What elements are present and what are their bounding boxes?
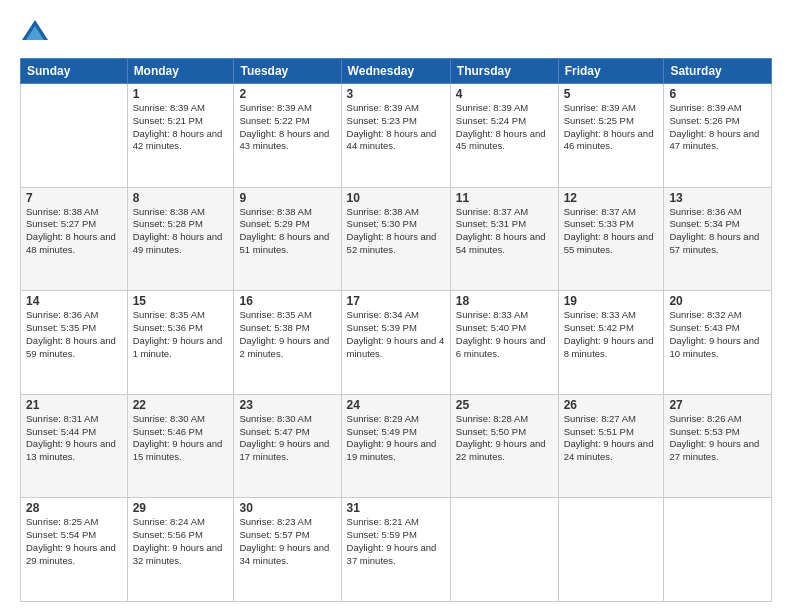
day-number: 11 [456,191,553,205]
day-cell: 21Sunrise: 8:31 AM Sunset: 5:44 PM Dayli… [21,394,128,498]
logo [20,18,54,48]
day-info: Sunrise: 8:27 AM Sunset: 5:51 PM Dayligh… [564,413,659,464]
day-number: 25 [456,398,553,412]
day-number: 22 [133,398,229,412]
day-number: 30 [239,501,335,515]
day-cell: 12Sunrise: 8:37 AM Sunset: 5:33 PM Dayli… [558,187,664,291]
day-number: 15 [133,294,229,308]
day-info: Sunrise: 8:39 AM Sunset: 5:23 PM Dayligh… [347,102,445,153]
day-info: Sunrise: 8:37 AM Sunset: 5:33 PM Dayligh… [564,206,659,257]
day-number: 7 [26,191,122,205]
calendar-table: SundayMondayTuesdayWednesdayThursdayFrid… [20,58,772,602]
day-info: Sunrise: 8:35 AM Sunset: 5:36 PM Dayligh… [133,309,229,360]
day-cell: 6Sunrise: 8:39 AM Sunset: 5:26 PM Daylig… [664,84,772,188]
day-header-monday: Monday [127,59,234,84]
day-info: Sunrise: 8:25 AM Sunset: 5:54 PM Dayligh… [26,516,122,567]
day-info: Sunrise: 8:32 AM Sunset: 5:43 PM Dayligh… [669,309,766,360]
day-info: Sunrise: 8:39 AM Sunset: 5:21 PM Dayligh… [133,102,229,153]
day-number: 9 [239,191,335,205]
day-info: Sunrise: 8:33 AM Sunset: 5:42 PM Dayligh… [564,309,659,360]
day-info: Sunrise: 8:33 AM Sunset: 5:40 PM Dayligh… [456,309,553,360]
day-cell: 28Sunrise: 8:25 AM Sunset: 5:54 PM Dayli… [21,498,128,602]
day-header-saturday: Saturday [664,59,772,84]
day-number: 2 [239,87,335,101]
day-info: Sunrise: 8:24 AM Sunset: 5:56 PM Dayligh… [133,516,229,567]
day-cell: 30Sunrise: 8:23 AM Sunset: 5:57 PM Dayli… [234,498,341,602]
day-number: 14 [26,294,122,308]
day-cell [558,498,664,602]
day-number: 31 [347,501,445,515]
calendar-page: SundayMondayTuesdayWednesdayThursdayFrid… [0,0,792,612]
day-cell: 22Sunrise: 8:30 AM Sunset: 5:46 PM Dayli… [127,394,234,498]
day-cell: 31Sunrise: 8:21 AM Sunset: 5:59 PM Dayli… [341,498,450,602]
day-number: 10 [347,191,445,205]
day-info: Sunrise: 8:39 AM Sunset: 5:24 PM Dayligh… [456,102,553,153]
day-info: Sunrise: 8:26 AM Sunset: 5:53 PM Dayligh… [669,413,766,464]
day-cell: 20Sunrise: 8:32 AM Sunset: 5:43 PM Dayli… [664,291,772,395]
day-cell: 14Sunrise: 8:36 AM Sunset: 5:35 PM Dayli… [21,291,128,395]
header [20,18,772,48]
day-info: Sunrise: 8:34 AM Sunset: 5:39 PM Dayligh… [347,309,445,360]
day-header-sunday: Sunday [21,59,128,84]
day-cell: 26Sunrise: 8:27 AM Sunset: 5:51 PM Dayli… [558,394,664,498]
day-info: Sunrise: 8:21 AM Sunset: 5:59 PM Dayligh… [347,516,445,567]
day-cell: 3Sunrise: 8:39 AM Sunset: 5:23 PM Daylig… [341,84,450,188]
day-number: 5 [564,87,659,101]
week-row-1: 7Sunrise: 8:38 AM Sunset: 5:27 PM Daylig… [21,187,772,291]
day-number: 12 [564,191,659,205]
day-number: 4 [456,87,553,101]
day-info: Sunrise: 8:35 AM Sunset: 5:38 PM Dayligh… [239,309,335,360]
day-cell: 27Sunrise: 8:26 AM Sunset: 5:53 PM Dayli… [664,394,772,498]
day-number: 27 [669,398,766,412]
day-info: Sunrise: 8:38 AM Sunset: 5:29 PM Dayligh… [239,206,335,257]
day-cell: 25Sunrise: 8:28 AM Sunset: 5:50 PM Dayli… [450,394,558,498]
day-cell: 18Sunrise: 8:33 AM Sunset: 5:40 PM Dayli… [450,291,558,395]
day-cell: 24Sunrise: 8:29 AM Sunset: 5:49 PM Dayli… [341,394,450,498]
day-info: Sunrise: 8:28 AM Sunset: 5:50 PM Dayligh… [456,413,553,464]
day-number: 13 [669,191,766,205]
day-cell: 2Sunrise: 8:39 AM Sunset: 5:22 PM Daylig… [234,84,341,188]
day-cell: 16Sunrise: 8:35 AM Sunset: 5:38 PM Dayli… [234,291,341,395]
day-cell: 11Sunrise: 8:37 AM Sunset: 5:31 PM Dayli… [450,187,558,291]
day-cell [664,498,772,602]
day-number: 20 [669,294,766,308]
day-cell: 13Sunrise: 8:36 AM Sunset: 5:34 PM Dayli… [664,187,772,291]
day-cell: 4Sunrise: 8:39 AM Sunset: 5:24 PM Daylig… [450,84,558,188]
day-cell: 1Sunrise: 8:39 AM Sunset: 5:21 PM Daylig… [127,84,234,188]
day-cell [21,84,128,188]
day-cell: 8Sunrise: 8:38 AM Sunset: 5:28 PM Daylig… [127,187,234,291]
day-number: 8 [133,191,229,205]
day-cell: 29Sunrise: 8:24 AM Sunset: 5:56 PM Dayli… [127,498,234,602]
day-number: 28 [26,501,122,515]
week-row-3: 21Sunrise: 8:31 AM Sunset: 5:44 PM Dayli… [21,394,772,498]
day-number: 23 [239,398,335,412]
day-number: 1 [133,87,229,101]
day-cell: 5Sunrise: 8:39 AM Sunset: 5:25 PM Daylig… [558,84,664,188]
calendar-header-row: SundayMondayTuesdayWednesdayThursdayFrid… [21,59,772,84]
day-cell [450,498,558,602]
day-header-tuesday: Tuesday [234,59,341,84]
day-info: Sunrise: 8:29 AM Sunset: 5:49 PM Dayligh… [347,413,445,464]
day-info: Sunrise: 8:36 AM Sunset: 5:35 PM Dayligh… [26,309,122,360]
day-number: 18 [456,294,553,308]
day-info: Sunrise: 8:31 AM Sunset: 5:44 PM Dayligh… [26,413,122,464]
day-info: Sunrise: 8:38 AM Sunset: 5:27 PM Dayligh… [26,206,122,257]
day-number: 19 [564,294,659,308]
week-row-2: 14Sunrise: 8:36 AM Sunset: 5:35 PM Dayli… [21,291,772,395]
day-cell: 9Sunrise: 8:38 AM Sunset: 5:29 PM Daylig… [234,187,341,291]
day-number: 6 [669,87,766,101]
day-number: 26 [564,398,659,412]
week-row-0: 1Sunrise: 8:39 AM Sunset: 5:21 PM Daylig… [21,84,772,188]
day-info: Sunrise: 8:30 AM Sunset: 5:47 PM Dayligh… [239,413,335,464]
day-info: Sunrise: 8:38 AM Sunset: 5:28 PM Dayligh… [133,206,229,257]
day-info: Sunrise: 8:39 AM Sunset: 5:25 PM Dayligh… [564,102,659,153]
day-cell: 10Sunrise: 8:38 AM Sunset: 5:30 PM Dayli… [341,187,450,291]
day-header-thursday: Thursday [450,59,558,84]
day-info: Sunrise: 8:23 AM Sunset: 5:57 PM Dayligh… [239,516,335,567]
day-number: 3 [347,87,445,101]
day-info: Sunrise: 8:39 AM Sunset: 5:22 PM Dayligh… [239,102,335,153]
day-info: Sunrise: 8:30 AM Sunset: 5:46 PM Dayligh… [133,413,229,464]
week-row-4: 28Sunrise: 8:25 AM Sunset: 5:54 PM Dayli… [21,498,772,602]
day-number: 29 [133,501,229,515]
logo-icon [20,18,50,48]
